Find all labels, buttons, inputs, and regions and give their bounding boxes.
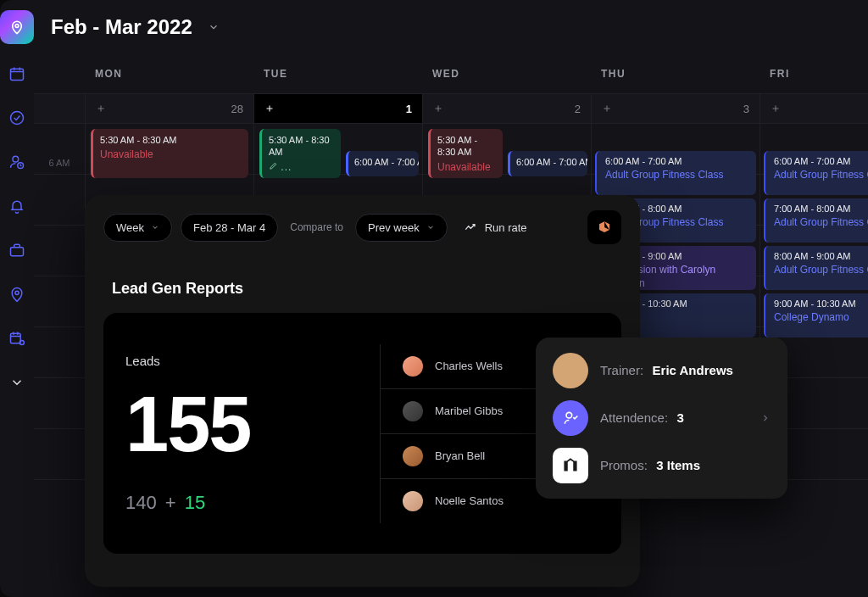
svg-point-2 — [11, 112, 24, 125]
chevron-down-icon — [151, 223, 159, 232]
weekday-label: TUE — [253, 68, 422, 80]
calendar-slot[interactable]: 5:30 AM - 8:30 AM ... 6:00 AM - 7:00 AM — [253, 124, 422, 175]
page-title: Feb - Mar 2022 — [51, 15, 192, 39]
calendar-slot[interactable]: 9:00 AM - 10:30 AM College Dynamo — [760, 276, 868, 327]
event-available[interactable]: 5:30 AM - 8:30 AM ... — [259, 129, 341, 178]
cube-icon — [597, 220, 612, 235]
nav-store[interactable] — [0, 236, 34, 265]
calendar-weekday-row: MON TUE WED THU FRI — [34, 54, 868, 93]
compare-label: Compare to — [290, 221, 343, 233]
event-class[interactable]: 6:00 AM - 7:00 AM — [508, 151, 587, 176]
briefcase-icon — [8, 242, 25, 259]
calendar-slot[interactable]: 6:00 AM - 7:00 AM Adult Group Fitness Cl… — [591, 124, 760, 175]
svg-point-9 — [566, 412, 572, 418]
calendar-slot[interactable]: 8:00 AM - 9:00 AM Adult Group Fitness Cl… — [760, 226, 868, 276]
calendar-date-row: 28 1 2 3 — [34, 93, 868, 124]
avatar — [403, 401, 423, 421]
add-event-icon[interactable] — [771, 103, 781, 114]
promo-icon — [553, 448, 588, 483]
date-cell[interactable]: 3 — [591, 94, 760, 123]
leads-value: 155 — [125, 385, 380, 463]
nav-tasks[interactable] — [0, 103, 34, 132]
bell-icon — [8, 198, 25, 215]
nav-front-desk[interactable] — [0, 192, 34, 220]
compare-selector[interactable]: Prev week — [355, 214, 448, 242]
nav-schedule-user[interactable] — [0, 324, 34, 353]
add-event-icon[interactable] — [96, 103, 106, 114]
date-cell[interactable]: 1 — [253, 94, 422, 123]
location-icon — [8, 286, 25, 303]
leads-delta: 140 + 15 — [125, 492, 380, 514]
calendar-slot[interactable]: 6:00 AM - 7:00 AM Adult Group Fitness Cl… — [760, 124, 868, 175]
pin-icon — [9, 20, 25, 35]
svg-point-6 — [15, 291, 19, 294]
add-event-icon[interactable] — [433, 103, 443, 114]
svg-point-8 — [19, 341, 24, 345]
sidebar — [0, 0, 34, 597]
app-logo — [0, 10, 34, 44]
avatar — [403, 446, 423, 466]
nav-expand[interactable] — [0, 368, 34, 397]
avatar — [403, 491, 423, 511]
chevron-down-icon — [426, 223, 435, 232]
time-label: 6 AM — [34, 124, 85, 175]
calendar-user-icon — [8, 330, 25, 347]
svg-rect-1 — [11, 69, 24, 80]
popover-attendance-row[interactable]: Attendence: 3 — [553, 400, 771, 436]
popover-promos-row[interactable]: Promos: 3 Items — [553, 448, 771, 483]
date-cell[interactable]: 28 — [85, 94, 253, 123]
reports-title: Lead Gen Reports — [112, 280, 640, 298]
trend-icon — [465, 222, 478, 232]
add-event-icon[interactable] — [264, 103, 275, 114]
calendar-slot[interactable]: 5:30 AM - 8:30 AM Unavailable 6:00 AM - … — [422, 124, 591, 175]
view-selector[interactable]: Week — [103, 214, 172, 242]
range-selector[interactable]: Feb 28 - Mar 4 — [181, 214, 278, 242]
avatar — [553, 353, 588, 388]
svg-rect-7 — [11, 333, 21, 343]
weekday-label: FRI — [760, 68, 868, 80]
calendar-slot[interactable]: 7:00 AM - 8:00 AM Adult Group Fitness Cl… — [760, 175, 868, 226]
svg-point-0 — [15, 25, 19, 28]
leads-label: Leads — [125, 354, 380, 368]
nav-locations[interactable] — [0, 280, 34, 309]
widget-picker[interactable] — [587, 210, 621, 244]
calendar-icon — [8, 65, 25, 82]
title-dropdown[interactable] — [208, 21, 220, 33]
svg-rect-5 — [11, 248, 24, 256]
nav-members[interactable] — [0, 148, 34, 176]
chevron-right-icon — [760, 413, 771, 423]
reports-toolbar: Week Feb 28 - Mar 4 Compare to Prev week… — [85, 195, 640, 259]
weekday-label: MON — [85, 68, 253, 80]
avatar — [403, 356, 423, 377]
event-unavailable[interactable]: 5:30 AM - 8:30 AM Unavailable — [91, 129, 248, 178]
date-cell[interactable]: 2 — [422, 94, 591, 123]
event-class[interactable]: 6:00 AM - 7:00 AM — [346, 151, 419, 176]
check-circle-icon — [8, 109, 25, 126]
date-cell[interactable] — [760, 94, 868, 123]
weekday-label: WED — [422, 68, 591, 80]
attendance-icon — [553, 400, 588, 436]
trainer-popover: Trainer: Eric Andrews Attendence: 3 Prom… — [536, 338, 787, 499]
add-event-icon[interactable] — [602, 103, 612, 114]
popover-trainer-row: Trainer: Eric Andrews — [553, 353, 771, 388]
runrate-toggle[interactable]: Run rate — [465, 221, 527, 234]
nav-calendar[interactable] — [0, 59, 34, 88]
titlebar: Feb - Mar 2022 — [34, 0, 868, 54]
svg-point-3 — [13, 156, 19, 162]
chevron-down-icon — [9, 375, 25, 390]
user-clock-icon — [8, 153, 25, 170]
weekday-label: THU — [591, 68, 760, 80]
calendar-slot[interactable]: 5:30 AM - 8:30 AM Unavailable — [85, 124, 253, 175]
pencil-icon — [269, 161, 278, 170]
event-unavailable[interactable]: 5:30 AM - 8:30 AM Unavailable — [428, 129, 503, 178]
